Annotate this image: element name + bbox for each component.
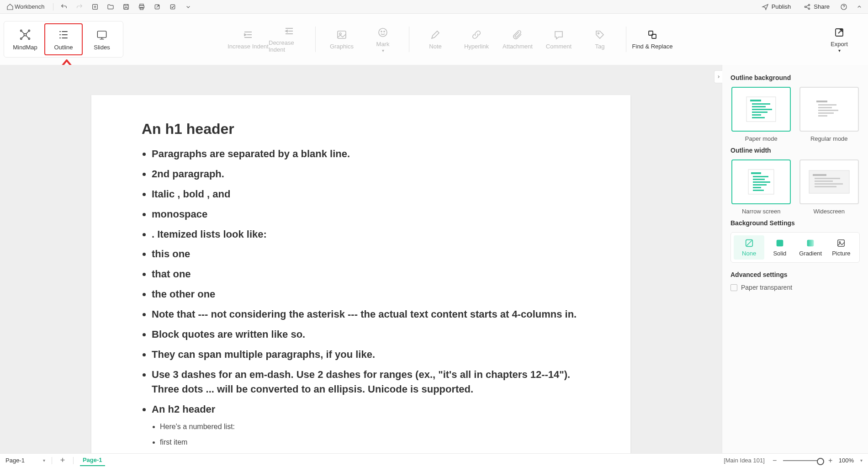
zoom-slider[interactable] bbox=[783, 460, 822, 461]
zoom-in-button[interactable]: + bbox=[827, 456, 834, 465]
share-icon bbox=[804, 3, 811, 11]
find-replace-button[interactable]: Find & Replace bbox=[632, 23, 673, 55]
svg-rect-38 bbox=[818, 112, 834, 114]
list-item[interactable]: 2nd paragraph. bbox=[152, 164, 580, 184]
paper-mode-option[interactable]: Paper mode bbox=[730, 87, 792, 142]
paper-mode-thumb bbox=[731, 87, 791, 132]
workbench-label: Workbench bbox=[15, 3, 45, 10]
bg-solid-option[interactable]: Solid bbox=[764, 235, 795, 260]
list-item[interactable]: this one bbox=[152, 244, 580, 264]
svg-point-21 bbox=[384, 31, 385, 32]
decrease-indent-label: Decrease Indent bbox=[269, 39, 310, 53]
collapse-panel-button[interactable] bbox=[714, 70, 722, 83]
list-item[interactable]: monospace bbox=[152, 204, 580, 224]
list-item[interactable]: first item bbox=[160, 435, 580, 450]
home-button[interactable]: Workbench bbox=[4, 2, 48, 11]
toolbar: MindMap Outline Slides Increase Indent D… bbox=[0, 14, 868, 65]
attachment-button[interactable]: Attachment bbox=[497, 23, 538, 55]
paper-transparent-checkbox[interactable]: Paper transparent bbox=[730, 284, 860, 291]
separator bbox=[409, 27, 409, 52]
svg-point-15 bbox=[28, 38, 30, 40]
list-item[interactable]: . Itemized lists look like: bbox=[152, 224, 580, 244]
export-button[interactable]: Export ▾ bbox=[819, 23, 860, 55]
list-item[interactable]: Note that --- not considering the asteri… bbox=[152, 304, 580, 324]
mindmap-icon bbox=[19, 28, 32, 41]
note-button[interactable]: Note bbox=[415, 23, 456, 55]
narrow-option[interactable]: Narrow screen bbox=[730, 159, 792, 215]
decrease-indent-button[interactable]: Decrease Indent bbox=[269, 23, 310, 55]
redo-button[interactable] bbox=[74, 2, 85, 12]
svg-rect-49 bbox=[813, 174, 826, 176]
separator bbox=[53, 3, 53, 11]
mindmap-view-button[interactable]: MindMap bbox=[6, 23, 44, 55]
help-button[interactable] bbox=[839, 2, 849, 12]
list-item[interactable]: that one bbox=[152, 264, 580, 284]
solid-icon bbox=[775, 238, 785, 248]
comment-button[interactable]: Comment bbox=[538, 23, 579, 55]
list-item[interactable]: They can span multiple paragraphs, if yo… bbox=[152, 345, 580, 365]
wide-option[interactable]: Widescreen bbox=[799, 159, 860, 215]
undo-button[interactable] bbox=[59, 2, 69, 12]
hyperlink-button[interactable]: Hyperlink bbox=[456, 23, 497, 55]
tag-button[interactable]: Tag bbox=[579, 23, 620, 55]
statusbar: Page-1 ▾ + Page-1 [Main Idea 101] − + 10… bbox=[0, 453, 868, 467]
edit-menu-button[interactable] bbox=[168, 2, 178, 12]
bg-picture-option[interactable]: Picture bbox=[826, 235, 857, 260]
help-icon bbox=[840, 3, 847, 11]
slides-view-button[interactable]: Slides bbox=[83, 23, 121, 55]
list-item[interactable]: Here's a numbered list: bbox=[160, 419, 580, 434]
document-h1[interactable]: An h1 header bbox=[142, 121, 580, 138]
publish-button[interactable]: Publish bbox=[758, 2, 795, 11]
document-paper[interactable]: An h1 header Paragraphs are separated by… bbox=[91, 95, 630, 453]
svg-rect-1 bbox=[123, 4, 128, 9]
collapse-ribbon-button[interactable] bbox=[854, 2, 864, 12]
svg-rect-41 bbox=[751, 172, 761, 174]
bg-settings-group: None Solid Gradient Picture bbox=[730, 232, 860, 263]
find-group: Find & Replace bbox=[628, 14, 677, 65]
list-item[interactable]: Block quotes are written like so. bbox=[152, 324, 580, 345]
bg-gradient-option[interactable]: Gradient bbox=[795, 235, 826, 260]
page-tab[interactable]: Page-1 bbox=[80, 455, 105, 466]
graphics-button[interactable]: Graphics bbox=[321, 23, 362, 55]
canvas-area[interactable]: An h1 header Paragraphs are separated by… bbox=[0, 65, 722, 453]
more-menu-button[interactable] bbox=[183, 2, 193, 12]
bg-none-option[interactable]: None bbox=[734, 235, 764, 260]
save-button[interactable] bbox=[121, 2, 131, 12]
list-item[interactable]: An h2 header bbox=[152, 399, 580, 419]
list-item[interactable]: the other one bbox=[152, 284, 580, 304]
attachment-icon bbox=[512, 29, 523, 40]
list-item[interactable]: Use 3 dashes for an em-dash. Use 2 dashe… bbox=[152, 365, 580, 399]
outline-label: Outline bbox=[54, 44, 73, 51]
svg-rect-34 bbox=[816, 101, 827, 102]
mark-button[interactable]: Mark ▾ bbox=[362, 23, 403, 55]
regular-mode-label: Regular mode bbox=[810, 135, 848, 142]
print-icon bbox=[138, 3, 145, 11]
regular-mode-option[interactable]: Regular mode bbox=[799, 87, 860, 142]
zoom-out-button[interactable]: − bbox=[771, 456, 778, 465]
svg-rect-47 bbox=[753, 190, 764, 191]
share-button[interactable]: Share bbox=[800, 2, 833, 11]
list-item[interactable]: Italic , bold , and bbox=[152, 184, 580, 204]
svg-rect-30 bbox=[752, 109, 772, 110]
svg-rect-52 bbox=[815, 183, 843, 185]
svg-rect-50 bbox=[815, 178, 840, 179]
bg-gradient-label: Gradient bbox=[799, 250, 822, 257]
chevron-down-icon[interactable]: ▾ bbox=[860, 458, 863, 463]
export-menu-button[interactable] bbox=[152, 2, 162, 12]
outline-icon bbox=[57, 28, 70, 41]
open-button[interactable] bbox=[106, 2, 116, 12]
increase-indent-icon bbox=[243, 29, 254, 40]
paper-mode-label: Paper mode bbox=[745, 135, 778, 142]
new-button[interactable] bbox=[90, 2, 100, 12]
list-item[interactable]: Paragraphs are separated by a blank line… bbox=[152, 144, 580, 164]
increase-indent-button[interactable]: Increase Indent bbox=[228, 23, 269, 55]
svg-rect-4 bbox=[140, 7, 143, 10]
hyperlink-icon bbox=[471, 29, 482, 40]
page-selector[interactable]: Page-1 ▾ bbox=[5, 457, 45, 464]
tag-icon bbox=[594, 29, 605, 40]
svg-rect-31 bbox=[752, 111, 767, 113]
svg-rect-35 bbox=[818, 104, 836, 106]
outline-view-button[interactable]: Outline bbox=[44, 23, 83, 55]
add-page-button[interactable]: + bbox=[58, 456, 67, 465]
print-button[interactable] bbox=[137, 2, 147, 12]
